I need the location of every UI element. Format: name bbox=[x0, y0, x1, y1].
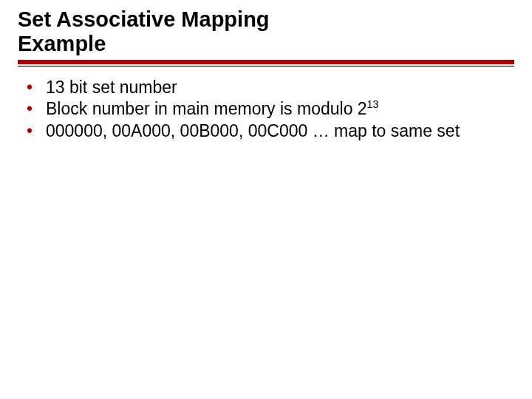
list-item: 13 bit set number bbox=[27, 77, 514, 98]
slide: Set Associative Mapping Example 13 bit s… bbox=[0, 0, 532, 399]
slide-title: Set Associative Mapping Example bbox=[18, 7, 514, 57]
list-item: Block number in main memory is modulo 21… bbox=[27, 98, 514, 120]
list-item: 000000, 00A000, 00B000, 00C000 … map to … bbox=[27, 120, 514, 142]
bullet-text: 13 bit set number bbox=[46, 78, 177, 97]
title-line-1: Set Associative Mapping bbox=[18, 7, 270, 31]
bullet-text: 000000, 00A000, 00B000, 00C000 … map to … bbox=[46, 121, 460, 140]
title-line-2: Example bbox=[18, 32, 106, 55]
bullet-list: 13 bit set number Block number in main m… bbox=[18, 77, 514, 142]
bullet-text: Block number in main memory is modulo 2 bbox=[46, 99, 367, 118]
title-rule-thick bbox=[18, 60, 514, 64]
bullet-sup: 13 bbox=[367, 98, 379, 110]
title-rule-thin bbox=[18, 66, 514, 66]
